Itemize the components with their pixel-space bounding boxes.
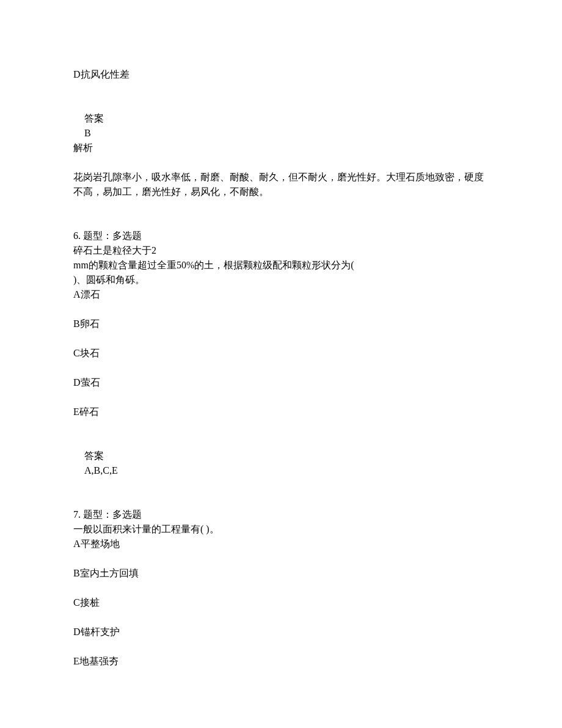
q6-answer-label: 答案	[73, 449, 489, 463]
q6-option-b: B卵石	[73, 317, 489, 331]
q6-header: 6. 题型：多选题	[73, 229, 489, 243]
q7-option-c: C接桩	[73, 595, 489, 610]
q5-explain-label: 解析	[73, 141, 489, 155]
q6-stem-line1: 碎石土是粒径大于2	[73, 243, 489, 258]
q7-header: 7. 题型：多选题	[73, 507, 489, 522]
q5-option-d: D抗风化性差	[73, 67, 489, 82]
q7-option-e: E地基强夯	[73, 654, 489, 669]
q7-option-d: D锚杆支护	[73, 625, 489, 639]
q6-option-d: D萤石	[73, 375, 489, 390]
q7-stem: 一般以面积来计量的工程量有( )。	[73, 522, 489, 537]
q6-option-c: C块石	[73, 346, 489, 361]
q5-answer-label: 答案	[73, 111, 489, 126]
q7-option-a: A平整场地	[73, 537, 489, 551]
q6-answer-value: A,B,C,E	[73, 463, 489, 478]
q6-option-a: A漂石	[73, 287, 489, 302]
q5-explain-text: 花岗岩孔隙率小，吸水率低，耐磨、耐酸、耐久，但不耐火，磨光性好。大理石质地致密，…	[73, 170, 489, 199]
q5-answer-value: B	[73, 126, 489, 141]
q6-stem-line3: )、圆砾和角砾。	[73, 273, 489, 287]
q7-option-b: B室内土方回填	[73, 566, 489, 581]
document-page: D抗风化性差 答案 B 解析 花岗岩孔隙率小，吸水率低，耐磨、耐酸、耐久，但不耐…	[73, 67, 489, 669]
q6-option-e: E碎石	[73, 405, 489, 419]
q6-stem-line2: mm的颗粒含量超过全重50%的土，根据颗粒级配和颗粒形状分为(	[73, 258, 489, 273]
